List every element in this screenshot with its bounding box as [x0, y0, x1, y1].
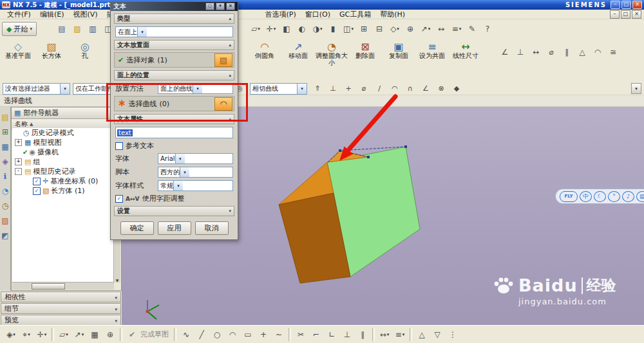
section-header-type[interactable]: 类型	[114, 14, 234, 24]
block-button[interactable]: ▧长方体	[35, 39, 68, 68]
vector-tool-icon[interactable]: ↗▾	[72, 328, 86, 341]
quick-extend-icon[interactable]: ⌐	[309, 328, 323, 341]
window-icon[interactable]: ◫▾	[341, 22, 355, 35]
chevron-down-icon[interactable]: ▾	[387, 332, 390, 337]
intersection-snap-icon[interactable]: ∩	[403, 83, 417, 94]
make-corner-icon[interactable]: ∟	[325, 328, 339, 341]
wcs-icon[interactable]: ⊕	[403, 22, 417, 35]
center-view-button[interactable]: 中	[580, 191, 592, 202]
minimize-button[interactable]: –	[610, 10, 620, 19]
section-header-settings[interactable]: 设置	[114, 206, 234, 216]
curve-rule-dropdown[interactable]: 相切曲线	[250, 83, 307, 95]
diameter-dimension-icon[interactable]: ⌀	[544, 45, 558, 59]
night-mode-button[interactable]: ☾	[594, 191, 606, 202]
chevron-down-icon[interactable]	[175, 154, 185, 163]
perpendicular-snap-icon[interactable]: ⊥	[326, 83, 340, 94]
extrude-icon[interactable]: △	[415, 328, 429, 341]
type-dropdown[interactable]: 在面上	[115, 26, 233, 37]
tree-item-camera[interactable]: ✔◉摄像机	[12, 147, 114, 157]
spline-icon[interactable]: ~	[272, 328, 286, 341]
chevron-down-icon[interactable]: ▾	[66, 332, 68, 337]
horizontal-scrollbar[interactable]	[12, 282, 114, 290]
menu-item[interactable]: 编辑(E)	[35, 10, 69, 19]
chevron-down-icon[interactable]: ▾	[82, 332, 84, 337]
expander-icon[interactable]: -	[15, 168, 22, 175]
point-constructor-icon[interactable]: ✛▾	[35, 328, 49, 341]
circle-icon[interactable]: ○	[210, 328, 224, 341]
tree-item-model-views[interactable]: +▦模型视图	[12, 138, 114, 147]
chevron-down-icon[interactable]: ▾	[397, 26, 399, 32]
edge-blend-button[interactable]: ◠倒圆角	[248, 39, 281, 68]
midpoint-snap-icon[interactable]: ◆	[450, 83, 464, 94]
toolbar-options-button[interactable]	[631, 83, 641, 94]
select-object-row[interactable]: 选择对象 (1)	[114, 52, 234, 68]
minimize-button[interactable]: –	[611, 1, 620, 9]
triangle-constraint-icon[interactable]: △	[575, 45, 589, 59]
chevron-down-icon[interactable]	[60, 84, 70, 94]
close-button[interactable]: ×	[632, 10, 641, 19]
parallel-dimension-icon[interactable]: ∥	[560, 45, 574, 59]
shaded-view-icon[interactable]: ◐	[295, 22, 309, 35]
equal-constraint-icon[interactable]: ≅	[606, 45, 620, 59]
expander-icon[interactable]: +	[15, 158, 22, 165]
perpendicular-dimension-icon[interactable]: ⊥	[513, 45, 527, 59]
chevron-down-icon[interactable]: ▾	[13, 332, 15, 337]
orient-view-icon[interactable]: ◇▾	[388, 22, 402, 35]
chevron-down-icon[interactable]	[104, 316, 117, 324]
chevron-down-icon[interactable]	[104, 304, 117, 313]
menu-item[interactable]: 窗口(O)	[301, 10, 335, 19]
tree-item-history-mode[interactable]: ◷历史记录模式	[12, 128, 114, 138]
documentation-button[interactable]: ▤	[636, 191, 644, 202]
layer-settings-icon[interactable]: ≡▾	[450, 22, 464, 35]
wcs-orient-icon[interactable]: ⊕	[103, 328, 117, 341]
font-style-dropdown[interactable]: 常规	[158, 180, 233, 191]
fit-window-icon[interactable]: ⊞	[357, 22, 371, 35]
placement-method-dropdown[interactable]: 面上的曲线	[158, 83, 233, 94]
menu-item[interactable]: 帮助(H)	[375, 10, 410, 19]
make-coplanar-button[interactable]: ≡设为共面	[415, 39, 449, 68]
chevron-down-icon[interactable]	[137, 27, 147, 37]
constraints-icon[interactable]: ⊥	[340, 328, 354, 341]
chevron-down-icon[interactable]: ▾	[44, 332, 47, 337]
radius-dimension-icon[interactable]: ◠	[591, 45, 605, 59]
chevron-down-icon[interactable]: ▾	[274, 26, 276, 32]
section-header-placement-face[interactable]: 文本放置面	[114, 40, 234, 50]
select-curve-row[interactable]: 选择曲线 (0)	[114, 96, 234, 111]
annotation-icon[interactable]: ✎	[465, 22, 479, 35]
sketch-icon[interactable]: ▱▾	[249, 22, 263, 35]
curve-select-button[interactable]	[214, 97, 232, 111]
chevron-down-icon[interactable]	[173, 181, 183, 190]
selection-filter-dropdown[interactable]: 没有选择过滤器	[3, 83, 70, 95]
move-object-icon[interactable]: ↗▾	[419, 22, 433, 35]
line-snap-icon[interactable]: ∕	[372, 83, 386, 94]
angle-snap-icon[interactable]: ∠	[419, 83, 433, 94]
chevron-down-icon[interactable]: ▾	[320, 26, 323, 32]
more-tools-icon[interactable]: ≡▾	[393, 328, 407, 341]
snap-point-icon[interactable]: ⌖▾	[19, 328, 33, 341]
more-icon[interactable]: ⋮	[446, 328, 460, 341]
finish-sketch-icon[interactable]: ✔	[125, 328, 139, 341]
move-face-button[interactable]: ↗移动面	[281, 39, 315, 68]
maximize-button[interactable]: □	[621, 10, 630, 19]
revolve-icon[interactable]: ▽	[430, 328, 444, 341]
quadrant-snap-icon[interactable]: ⊗	[434, 83, 448, 94]
grid-icon[interactable]: ▦	[88, 328, 102, 341]
menu-item[interactable]: 视图(V)	[68, 10, 102, 19]
point-icon[interactable]: +	[256, 328, 270, 341]
maximize-button[interactable]: □	[621, 1, 631, 9]
tree-item-model-history[interactable]: -▤模型历史记录	[12, 167, 114, 176]
font-dropdown[interactable]: Arial	[158, 153, 233, 164]
chevron-down-icon[interactable]	[104, 293, 117, 301]
dialog-title-bar[interactable]: 文本 ○▾×	[111, 2, 238, 11]
side-panel[interactable]: 细节	[1, 303, 121, 314]
snap-settings-icon[interactable]: ⇑	[310, 83, 325, 94]
menu-item[interactable]: 首选项(P)	[261, 10, 301, 19]
ok-button[interactable]: 确定	[120, 221, 154, 235]
tree-item-group[interactable]: +▤组	[12, 157, 114, 167]
menu-item[interactable]: 文件(F)	[3, 10, 35, 19]
arc-icon[interactable]: ◠	[225, 328, 240, 341]
rectangle-icon[interactable]: ▭	[241, 328, 255, 341]
side-panel[interactable]: 预览	[1, 315, 121, 326]
text-input[interactable]: text	[115, 127, 233, 138]
open-file-icon[interactable]: ▨	[70, 22, 84, 35]
